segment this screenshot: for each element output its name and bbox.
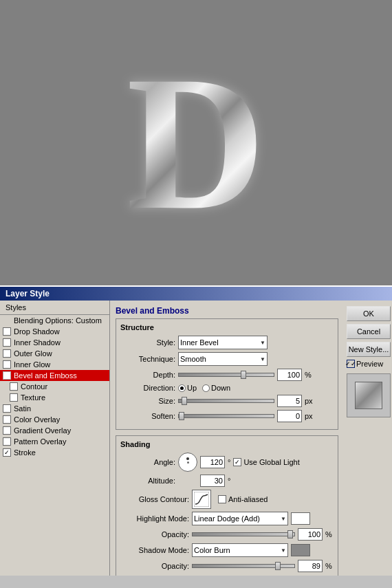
direction-down-option[interactable]: Down [202,384,230,392]
dialog-buttons: OK Cancel New Style... ✓ Preview [344,301,392,576]
depth-slider[interactable] [178,373,274,377]
altitude-label: Altitude: [120,477,175,485]
size-thumb[interactable] [182,397,187,405]
altitude-input[interactable] [200,475,225,487]
ok-button[interactable]: OK [347,306,391,321]
preview-checkbox[interactable]: ✓ [347,360,355,368]
gloss-contour-row: Gloss Contour: Anti-aliased [120,490,334,509]
sidebar-item-pattern-overlay[interactable]: Pattern Overlay [0,436,109,447]
gradient-overlay-checkbox[interactable] [3,426,11,435]
depth-label: Depth: [120,371,175,379]
dialog-body: Styles Blending Options: Custom Drop Sha… [0,301,392,576]
pattern-overlay-checkbox[interactable] [3,437,11,446]
contour-label: Contour [21,382,47,391]
anti-aliased-label[interactable]: Anti-aliased [218,495,268,503]
shadow-mode-arrow: ▼ [281,547,286,554]
sidebar-item-blending[interactable]: Blending Options: Custom [0,315,109,326]
highlight-mode-arrow: ▼ [281,516,286,522]
global-light-label[interactable]: Use Global Light [233,458,299,466]
size-slider[interactable] [178,399,274,403]
bevel-emboss-checkbox[interactable] [3,371,11,380]
stroke-label: Stroke [14,448,36,457]
gloss-contour-preview[interactable] [192,490,211,509]
shadow-mode-select[interactable]: Color Burn ▼ [192,543,288,557]
direction-down-radio[interactable] [202,384,210,392]
highlight-opacity-thumb[interactable] [287,530,293,538]
size-row: Size: px [120,395,334,407]
angle-row: Angle: ° Use Global Light [120,453,334,472]
shadow-color-swatch[interactable] [291,544,310,556]
technique-select-value: Smooth [180,355,216,363]
soften-label: Soften: [120,412,175,420]
direction-label: Direction: [120,384,175,392]
styles-header: Styles [0,301,109,315]
sidebar-item-contour[interactable]: Contour [0,381,109,392]
sidebar-item-stroke[interactable]: Stroke [0,447,109,458]
sidebar-item-color-overlay[interactable]: Color Overlay [0,414,109,425]
technique-select-arrow: ▼ [260,356,265,362]
thumb-preview [355,382,382,409]
angle-indicator [186,457,189,460]
stroke-checkbox[interactable] [3,448,11,457]
technique-label: Technique: [120,355,175,363]
shadow-opacity-slider[interactable] [192,564,295,568]
anti-aliased-checkbox[interactable] [218,495,226,503]
depth-unit: % [305,371,312,379]
preview-checkbox-row: ✓ Preview [347,360,389,368]
drop-shadow-checkbox[interactable] [3,327,11,336]
outer-glow-checkbox[interactable] [3,349,11,358]
angle-center [187,461,189,464]
direction-radio-group: Up Down [178,384,230,392]
sidebar-item-drop-shadow[interactable]: Drop Shadow [0,326,109,337]
sidebar-item-gradient-overlay[interactable]: Gradient Overlay [0,425,109,436]
global-light-checkbox[interactable] [233,458,241,466]
highlight-color-swatch[interactable] [291,512,310,525]
technique-row: Technique: Smooth ▼ [120,352,334,366]
shadow-mode-row: Shadow Mode: Color Burn ▼ [120,543,334,557]
depth-row: Depth: % [120,369,334,381]
satin-checkbox[interactable] [3,404,11,413]
inner-glow-checkbox[interactable] [3,360,11,369]
cancel-button[interactable]: Cancel [347,324,391,339]
direction-up-option[interactable]: Up [178,384,197,392]
sidebar-item-bevel-emboss[interactable]: Bevel and Emboss [0,370,109,381]
color-overlay-checkbox[interactable] [3,415,11,424]
style-row: Style: Inner Bevel ▼ [120,336,334,349]
sidebar-item-satin[interactable]: Satin [0,403,109,414]
shadow-opacity-thumb[interactable] [275,562,281,570]
shading-title: Shading [120,440,334,448]
sidebar-item-outer-glow[interactable]: Outer Glow [0,348,109,359]
highlight-opacity-input[interactable] [298,528,323,541]
direction-up-radio[interactable] [178,384,186,392]
shadow-opacity-input[interactable] [298,560,323,572]
soften-slider[interactable] [178,414,274,418]
sidebar-item-texture[interactable]: Texture [0,392,109,403]
shadow-opacity-label: Opacity: [120,562,189,570]
soften-input[interactable] [277,410,302,422]
sidebar-item-inner-shadow[interactable]: Inner Shadow [0,337,109,348]
technique-select[interactable]: Smooth ▼ [178,352,268,366]
layer-style-dialog: Layer Style Styles Blending Options: Cus… [0,285,392,576]
depth-thumb[interactable] [241,371,246,379]
style-select[interactable]: Inner Bevel ▼ [178,336,268,349]
angle-widget[interactable] [178,453,197,472]
soften-thumb[interactable] [179,412,184,420]
outer-glow-label: Outer Glow [14,349,52,358]
dialog-title: Layer Style [0,287,392,301]
depth-input[interactable] [277,369,302,381]
highlight-opacity-slider[interactable] [192,532,295,536]
contour-checkbox[interactable] [10,382,18,391]
texture-checkbox[interactable] [10,393,18,402]
main-content-panel: Bevel and Emboss Structure Style: Inner … [110,301,344,576]
highlight-opacity-unit: % [325,530,332,538]
texture-label: Texture [21,393,45,402]
size-input[interactable] [277,395,302,407]
style-select-value: Inner Bevel [180,338,228,347]
highlight-mode-select[interactable]: Linear Dodge (Add) ▼ [192,512,288,525]
new-style-button[interactable]: New Style... [347,342,391,357]
inner-shadow-checkbox[interactable] [3,338,11,347]
angle-input[interactable] [200,456,225,468]
sidebar-item-inner-glow[interactable]: Inner Glow [0,359,109,370]
bevel-emboss-label: Bevel and Emboss [14,371,77,380]
altitude-row: Altitude: ° [120,475,334,487]
